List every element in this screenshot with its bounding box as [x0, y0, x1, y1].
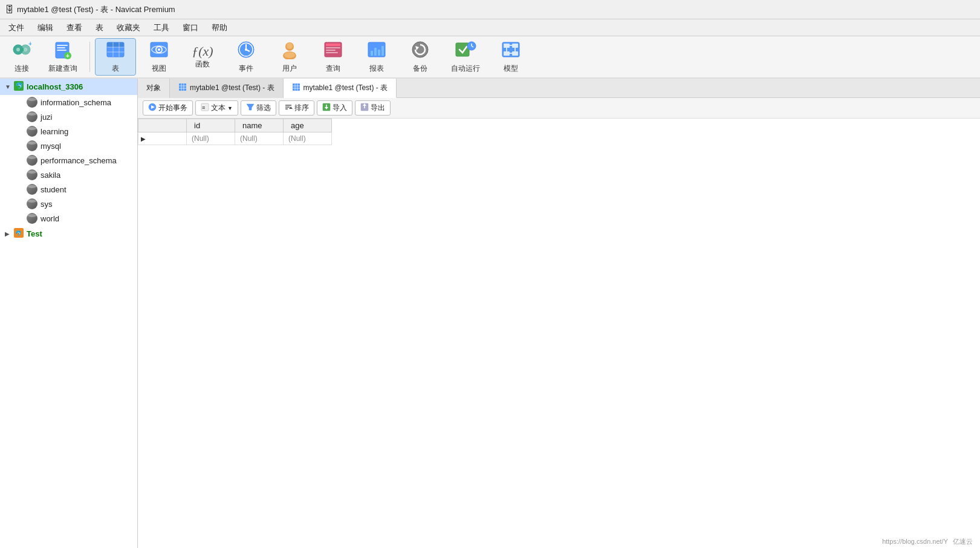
- new-query-icon: +: [53, 40, 73, 62]
- toolbar: + 连接 + 新建查询: [0, 36, 980, 79]
- db-world[interactable]: world: [13, 211, 137, 226]
- db-performance-schema[interactable]: performance_schema: [13, 153, 137, 168]
- tabbar: 对象 mytable1 @test (Test) - 表: [138, 79, 980, 98]
- import-btn[interactable]: 导入: [317, 100, 352, 116]
- autorun-label: 自动运行: [451, 64, 480, 74]
- expand-arrow-test: ▶: [5, 230, 13, 237]
- db-juzi[interactable]: juzi: [13, 109, 137, 124]
- col-age[interactable]: age: [284, 119, 332, 132]
- db-icon-sakila: [27, 169, 37, 180]
- menubar-item-查看[interactable]: 查看: [60, 21, 88, 34]
- svg-rect-33: [326, 47, 340, 48]
- svg-text:+: +: [28, 40, 31, 47]
- view-label: 视图: [152, 64, 166, 74]
- tab-table2[interactable]: mytable1 @test (Test) - 表: [284, 79, 397, 98]
- table-row[interactable]: ▶ (Null) (Null) (Null): [138, 132, 332, 145]
- conn-icon-test: 🐬: [13, 227, 24, 240]
- connect-label: 连接: [15, 64, 29, 74]
- autorun-icon: [455, 40, 476, 62]
- import-label: 导入: [333, 103, 347, 113]
- sort-btn[interactable]: 排序: [279, 100, 314, 116]
- db-label-student: student: [41, 185, 132, 194]
- cell-name[interactable]: (Null): [235, 132, 284, 145]
- report-label: 报表: [369, 64, 384, 74]
- database-list: information_schema juzi learning mysql p: [0, 95, 137, 226]
- col-name[interactable]: name: [235, 119, 284, 132]
- text-arrow-icon: ▼: [227, 105, 233, 111]
- user-icon: [280, 40, 299, 62]
- toolbar-backup[interactable]: 备份: [400, 38, 441, 76]
- toolbar-model[interactable]: 模型: [490, 38, 531, 76]
- row-arrow: ▶: [138, 132, 187, 145]
- svg-rect-32: [326, 44, 340, 46]
- svg-rect-8: [57, 47, 65, 48]
- db-mysql[interactable]: mysql: [13, 139, 137, 153]
- function-label: 函数: [195, 59, 210, 70]
- svg-point-4: [24, 48, 27, 51]
- toolbar-autorun[interactable]: 自动运行: [443, 38, 488, 76]
- backup-label: 备份: [413, 64, 427, 74]
- model-label: 模型: [504, 64, 518, 74]
- localhost-label: localhost_3306: [27, 82, 132, 91]
- svg-rect-35: [326, 52, 338, 53]
- svg-rect-38: [374, 48, 377, 56]
- content-area: 对象 mytable1 @test (Test) - 表: [138, 79, 980, 548]
- begin-transaction-label: 开始事务: [158, 103, 187, 113]
- tree-connection-localhost[interactable]: ▼ 🐬 localhost_3306: [0, 79, 137, 95]
- db-student[interactable]: student: [13, 182, 137, 197]
- toolbar-event[interactable]: 事件: [226, 38, 267, 76]
- toolbar-new-query[interactable]: + 新建查询: [41, 38, 85, 76]
- menubar-item-编辑[interactable]: 编辑: [31, 21, 59, 34]
- menubar-item-文件[interactable]: 文件: [2, 21, 30, 34]
- menubar-item-收藏夹[interactable]: 收藏夹: [111, 21, 146, 34]
- filter-icon: [246, 103, 255, 113]
- toolbar-query[interactable]: 查询: [313, 38, 354, 76]
- svg-rect-65: [293, 83, 300, 91]
- col-id[interactable]: id: [187, 119, 235, 132]
- export-icon: [360, 103, 369, 113]
- db-learning[interactable]: learning: [13, 124, 137, 139]
- toolbar-report[interactable]: 报表: [356, 38, 397, 76]
- svg-text:+: +: [66, 53, 70, 59]
- db-label-sakila: sakila: [41, 171, 132, 180]
- filter-btn[interactable]: 筛选: [241, 100, 276, 116]
- tab-objects[interactable]: 对象: [138, 79, 170, 98]
- text-btn[interactable]: ≡ 文本 ▼: [195, 100, 238, 116]
- toolbar-user[interactable]: 用户: [269, 38, 310, 76]
- data-table: id name age ▶ (Null) (Null) (Null): [138, 119, 332, 145]
- tab-table2-label: mytable1 @test (Test) - 表: [303, 83, 388, 93]
- toolbar-function[interactable]: ƒ(x) 函数: [182, 38, 223, 76]
- cell-id[interactable]: (Null): [187, 132, 235, 145]
- begin-transaction-icon: [148, 103, 157, 113]
- menubar-item-表[interactable]: 表: [89, 21, 109, 34]
- table-header-row: id name age: [138, 119, 332, 132]
- begin-transaction-btn[interactable]: 开始事务: [143, 100, 193, 116]
- db-information-schema[interactable]: information_schema: [13, 95, 137, 109]
- tab-table1[interactable]: mytable1 @test (Test) - 表: [170, 79, 284, 98]
- toolbar-view[interactable]: 视图: [138, 38, 180, 76]
- menubar-item-帮助[interactable]: 帮助: [206, 21, 233, 34]
- menubar-item-窗口[interactable]: 窗口: [177, 21, 204, 34]
- db-sys[interactable]: sys: [13, 197, 137, 211]
- title-icon: 🗄: [5, 4, 14, 15]
- db-label-information-schema: information_schema: [41, 98, 132, 107]
- db-sakila[interactable]: sakila: [13, 168, 137, 182]
- tab-objects-label: 对象: [146, 83, 161, 93]
- tab-table-icon-2: [292, 83, 300, 93]
- svg-rect-37: [371, 51, 373, 56]
- table-icon: [106, 40, 125, 62]
- event-label: 事件: [239, 64, 253, 74]
- main-layout: ▼ 🐬 localhost_3306 information_schema ju…: [0, 79, 980, 548]
- svg-text:🐬: 🐬: [15, 82, 24, 90]
- db-label-learning: learning: [41, 127, 132, 136]
- menubar-item-工具[interactable]: 工具: [148, 21, 175, 34]
- toolbar-table[interactable]: 表: [95, 38, 136, 76]
- export-btn[interactable]: 导出: [355, 100, 391, 116]
- backup-icon: [410, 40, 430, 62]
- db-icon-performance-schema: [27, 155, 37, 166]
- cell-age[interactable]: (Null): [284, 132, 332, 145]
- footer-url: https://blog.csdn.net/Y: [882, 538, 948, 545]
- toolbar-connect[interactable]: + 连接: [5, 38, 39, 76]
- tree-connection-test[interactable]: ▶ 🐬 Test: [0, 226, 137, 242]
- filter-label: 筛选: [256, 103, 271, 113]
